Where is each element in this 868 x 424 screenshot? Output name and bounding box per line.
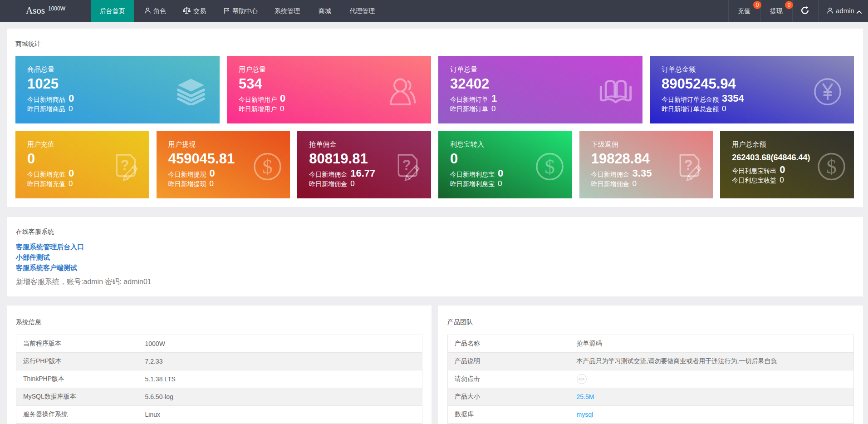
svg-text:$: $ [263, 155, 273, 177]
svg-text:$: $ [826, 155, 837, 177]
svg-text:?: ? [402, 157, 411, 173]
svg-text:?: ? [684, 157, 693, 173]
svg-text:?: ? [120, 157, 129, 173]
svg-text:$: $ [544, 155, 555, 177]
